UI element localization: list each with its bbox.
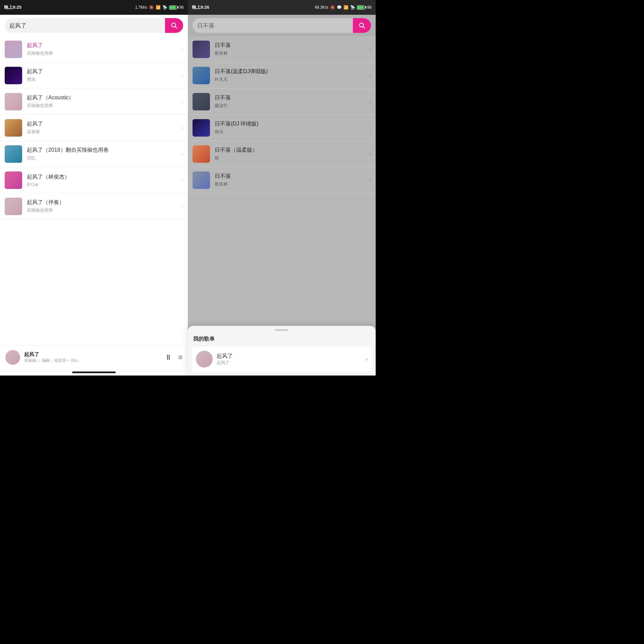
- search-icon-left: [170, 22, 178, 29]
- right-panel: 晚上9:26 49.3K/s 🔕 💬 📶 📡 96: [188, 0, 376, 376]
- song-item[interactable]: 起风了 买辣椒也用券 ›: [0, 36, 188, 62]
- song-title: 日不落（温柔版）: [215, 147, 367, 154]
- song-info: 起风了（林俊杰） 8Y1ar: [27, 174, 179, 187]
- chevron-icon: ›: [181, 99, 183, 105]
- song-item[interactable]: 起风了 周深 ›: [0, 62, 188, 89]
- song-artist: 买辣椒也用券: [27, 50, 179, 56]
- svg-line-1: [175, 27, 177, 28]
- song-title: 起风了（2018）翻自买辣椒也用卷: [27, 147, 179, 154]
- chevron-icon: ›: [181, 203, 183, 209]
- song-thumb: [5, 145, 22, 163]
- song-artist: 轶: [215, 155, 367, 161]
- pause-button[interactable]: ⏸: [165, 353, 172, 362]
- playlist-chevron: ›: [366, 356, 368, 362]
- search-input-left[interactable]: [5, 22, 165, 29]
- song-item[interactable]: 起风了（林俊杰） 8Y1ar ›: [0, 167, 188, 193]
- song-thumb: [193, 145, 210, 163]
- song-info: 日不落(温柔DJ弹唱版) 叶凡凡: [215, 68, 367, 83]
- search-button-left[interactable]: [165, 18, 183, 33]
- song-artist: 藤柒吖: [215, 103, 367, 109]
- song-thumb: [193, 41, 210, 58]
- song-item[interactable]: 起风了（伴奏） 买辣椒也用券 ›: [0, 193, 188, 219]
- song-item[interactable]: 起风了（2018）翻自买辣椒也用卷 旧忆 ›: [0, 141, 188, 167]
- song-title: 日不落: [215, 94, 367, 101]
- search-button-right[interactable]: [353, 18, 371, 33]
- song-artist: 买辣椒也用券: [27, 103, 179, 109]
- playlist-sub: 起风了: [217, 360, 363, 366]
- song-title: 日不落: [215, 42, 367, 49]
- status-icons-left: 1.7M/s 🔕 📶 📡 96: [135, 5, 184, 10]
- chevron-icon: ›: [369, 125, 371, 131]
- player-info: 起风了 买辣椒... 编曲：池窪浩一 (Ko...: [24, 351, 165, 363]
- song-thumb: [193, 171, 210, 189]
- song-artist: 痞乐: [215, 129, 367, 135]
- song-list-right: 日不落 蔡依林 › 日不落(温柔DJ弹唱版) 叶凡凡 › 日不落 藤柒吖 › 日…: [188, 36, 376, 369]
- left-panel: 晚上9:25 1.7M/s 🔕 📶 📡 96: [0, 0, 188, 376]
- playlist-thumb: [196, 351, 213, 367]
- song-item[interactable]: 日不落 蔡依林 ›: [188, 36, 376, 62]
- wifi-icon-right: 📡: [350, 5, 355, 10]
- song-title: 日不落(DJ 环绕版): [215, 120, 367, 128]
- song-item[interactable]: 日不落（温柔版） 轶 ›: [188, 141, 376, 167]
- song-title: 起风了（Acoustic）: [27, 94, 179, 101]
- bottom-bar-left: [0, 369, 188, 376]
- chevron-icon: ›: [369, 72, 371, 79]
- chevron-icon: ›: [369, 177, 371, 183]
- time-right: 晚上9:26: [192, 4, 209, 10]
- song-thumb: [5, 93, 22, 110]
- status-bar-left: 晚上9:25 1.7M/s 🔕 📶 📡 96: [0, 0, 188, 15]
- song-item[interactable]: 日不落(温柔DJ弹唱版) 叶凡凡 ›: [188, 62, 376, 89]
- song-title: 起风了（伴奏）: [27, 199, 179, 206]
- song-thumb: [5, 41, 22, 58]
- playlist-info: 起风了 起风了: [217, 353, 363, 366]
- song-info: 起风了（伴奏） 买辣椒也用券: [27, 199, 179, 213]
- sheet-handle: [275, 329, 288, 331]
- chevron-icon: ›: [369, 46, 371, 52]
- song-info: 日不落（温柔版） 轶: [215, 147, 367, 161]
- wechat-icon: 💬: [337, 5, 342, 10]
- song-thumb: [5, 198, 22, 215]
- song-artist: 吴青峰: [27, 129, 179, 135]
- song-info: 起风了 周深: [27, 68, 179, 83]
- song-info: 起风了 买辣椒也用券: [27, 42, 179, 56]
- bottom-sheet: 我的歌单 起风了 起风了 ›: [188, 326, 376, 376]
- chevron-icon: ›: [181, 46, 183, 52]
- song-thumb: [193, 93, 210, 110]
- song-item[interactable]: 日不落 藤柒吖 ›: [188, 89, 376, 115]
- chevron-icon: ›: [181, 125, 183, 131]
- song-artist: 买辣椒也用券: [27, 207, 179, 213]
- song-thumb: [5, 119, 22, 137]
- chevron-icon: ›: [181, 177, 183, 183]
- playlist-name: 起风了: [217, 353, 363, 360]
- playlist-button[interactable]: ≡: [178, 353, 182, 362]
- battery-left: [169, 5, 177, 10]
- speed-right: 49.3K/s: [315, 5, 328, 10]
- battery-pct-right: 96: [367, 5, 372, 10]
- signal-icon: 📶: [156, 5, 161, 10]
- song-artist: 叶凡凡: [215, 77, 367, 83]
- signal-icon-right: 📶: [343, 5, 348, 10]
- song-title: 日不落(温柔DJ弹唱版): [215, 68, 367, 75]
- home-indicator-left: [72, 371, 116, 373]
- song-artist: 旧忆: [27, 155, 179, 161]
- search-bar-right: [188, 15, 376, 36]
- song-artist: 蔡依林: [215, 50, 367, 56]
- chevron-icon: ›: [369, 151, 371, 157]
- song-title: 起风了: [27, 42, 179, 49]
- song-artist: 8Y1ar: [27, 182, 179, 187]
- wifi-icon: 📡: [162, 5, 167, 10]
- status-icons-right: 49.3K/s 🔕 💬 📶 📡 96: [315, 5, 372, 10]
- song-thumb: [193, 67, 210, 84]
- search-icon-right: [358, 22, 366, 29]
- song-item[interactable]: 起风了 吴青峰 ›: [0, 115, 188, 141]
- song-item[interactable]: 起风了（Acoustic） 买辣椒也用券 ›: [0, 89, 188, 115]
- song-item[interactable]: 日不落 蔡依林 ›: [188, 167, 376, 193]
- song-info: 日不落 蔡依林: [215, 173, 367, 187]
- player-subtitle: 买辣椒... 编曲：池窪浩一 (Ko...: [24, 358, 165, 363]
- playlist-item[interactable]: 起风了 起风了 ›: [192, 347, 372, 371]
- sheet-title: 我的歌单: [188, 336, 376, 347]
- song-item[interactable]: 日不落(DJ 环绕版) 痞乐 ›: [188, 115, 376, 141]
- search-input-right[interactable]: [193, 22, 353, 29]
- song-thumb: [193, 119, 210, 137]
- speed-left: 1.7M/s: [135, 5, 147, 10]
